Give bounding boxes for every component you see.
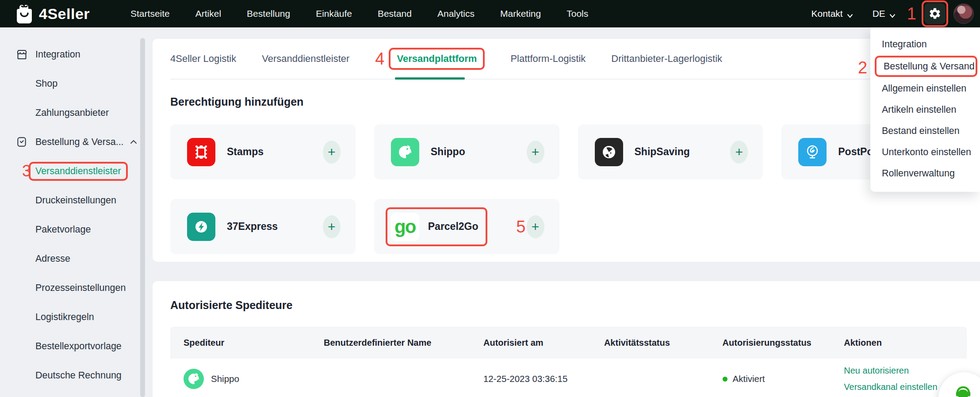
authorized-carriers-title: Autorisierte Spediteure — [170, 299, 967, 312]
settings-gear-button[interactable] — [924, 3, 946, 24]
language-selector[interactable]: DE — [873, 8, 896, 19]
nav-bestand[interactable]: Bestand — [378, 8, 412, 19]
parcel2go-logo-icon: go — [391, 213, 419, 241]
topbar-right-cluster: Kontakt DE 1 — [811, 0, 974, 27]
chevron-down-icon — [847, 11, 853, 17]
sidebar-item-label: Druckeinstellungen — [35, 195, 116, 206]
contact-menu[interactable]: Kontakt — [811, 8, 853, 19]
menu-item-label: Bestellung & Versand — [884, 61, 975, 72]
brand-logo[interactable]: 4Seller — [15, 4, 90, 24]
sidebar-item-shop[interactable]: Shop — [0, 69, 153, 98]
sidebar-item-druckeinstellungen[interactable]: Druckeinstellungen — [0, 186, 153, 215]
col-aktivitaetsstatus: Aktivitätsstatus — [604, 338, 723, 348]
add-parcel2go-button[interactable]: + — [527, 215, 544, 238]
reauthorize-link[interactable]: Neu autorisieren — [844, 366, 962, 376]
tab-versandplattform[interactable]: 4 Versandplattform — [375, 39, 485, 79]
status-dot-icon — [723, 377, 727, 382]
provider-name: Parcel2Go — [428, 221, 479, 233]
carrier-cell: Shippo — [184, 369, 324, 389]
nav-marketing[interactable]: Marketing — [500, 8, 541, 19]
nav-startseite[interactable]: Startseite — [130, 8, 170, 19]
shippo-logo-icon — [184, 369, 204, 389]
tab-versanddienstleister[interactable]: Versanddienstleister — [262, 39, 349, 79]
sidebar-item-label: Bestellung & Versa... — [35, 137, 124, 148]
sidebar-scrollbar[interactable] — [140, 38, 145, 397]
sidebar-item-label: Logistikregeln — [35, 312, 94, 323]
headset-chat-icon — [952, 382, 975, 397]
tab-plattform-logistik[interactable]: Plattform-Logistik — [510, 39, 586, 79]
brand-name: 4Seller — [39, 5, 90, 23]
sidebar-item-bestellexportvorlage[interactable]: Bestellexportvorlage — [0, 332, 153, 361]
menu-item-allgemein-einstellen[interactable]: Allgemein einstellen — [870, 78, 980, 99]
sidebar-item-versanddienstleister[interactable]: 3 Versanddienstleister — [0, 157, 153, 186]
nav-analytics[interactable]: Analytics — [437, 8, 475, 19]
user-avatar[interactable] — [953, 4, 974, 24]
postpony-logo-icon — [798, 138, 827, 166]
provider-name: 37Express — [227, 221, 278, 233]
nav-artikel[interactable]: Artikel — [195, 8, 221, 19]
authorization-status: Aktiviert — [723, 374, 844, 384]
provider-card-parcel2go: go Parcel2Go 5 + — [374, 199, 559, 254]
menu-item-artikeln-einstellen[interactable]: Artikeln einstellen — [870, 99, 980, 120]
provider-name: Stamps — [227, 146, 264, 158]
nav-einkaeufe[interactable]: Einkäufe — [316, 8, 352, 19]
annotation-box-versanddienstleister: Versanddienstleister — [29, 162, 128, 181]
top-navigation-bar: 4Seller Startseite Artikel Bestellung Ei… — [0, 0, 980, 27]
sidebar-item-deutsche-rechnung[interactable]: Deutsche Rechnung — [0, 361, 153, 390]
menu-item-bestand-einstellen[interactable]: Bestand einstellen — [870, 120, 980, 141]
col-benutzerdefinierter-name: Benutzerdefinierter Name — [324, 338, 483, 348]
menu-item-rollenverwaltung[interactable]: Rollenverwaltung — [870, 163, 980, 184]
sidebar-item-zahlungsanbieter[interactable]: Zahlungsanbieter — [0, 98, 153, 127]
language-label: DE — [873, 8, 885, 19]
add-permission-title: Berechtigung hinzufügen — [170, 95, 967, 108]
table-row: Shippo 12-25-2023 03:36:15 Aktiviert Neu… — [170, 359, 967, 392]
annotation-box-gear — [922, 0, 948, 27]
menu-item-bestellung-versand[interactable]: 2 Bestellung & Versand — [875, 56, 977, 77]
authorized-carriers-panel: Autorisierte Spediteure Spediteur Benutz… — [153, 281, 980, 397]
annotation-step-2: 2 — [858, 59, 867, 76]
sidebar-item-label: Deutsche Rechnung — [35, 370, 122, 381]
add-37express-button[interactable]: + — [323, 215, 341, 238]
sidebar-item-label: Bestellexportvorlage — [35, 341, 122, 352]
sidebar-item-prozesseinstellungen[interactable]: Prozesseinstellungen — [0, 273, 153, 302]
provider-card-37express: 37Express + — [170, 199, 356, 254]
annotation-step-5: 5 — [516, 218, 525, 235]
provider-card-shippo: Shippo + — [374, 124, 559, 179]
sidebar-item-adresse[interactable]: Adresse — [0, 244, 153, 273]
sidebar-item-bestellung-versand[interactable]: Bestellung & Versa... — [0, 127, 153, 157]
col-aktionen: Aktionen — [844, 338, 962, 348]
shipsaving-logo-icon — [595, 138, 623, 166]
add-stamps-button[interactable]: + — [323, 141, 341, 164]
shopping-bag-logo-icon — [15, 4, 34, 24]
tab-4seller-logistik[interactable]: 4Seller Logistik — [170, 39, 236, 79]
provider-name: ShipSaving — [635, 146, 690, 158]
add-shipsaving-button[interactable]: + — [730, 141, 748, 164]
sidebar-item-logistikregeln[interactable]: Logistikregeln — [0, 302, 153, 332]
nav-bestellung[interactable]: Bestellung — [247, 8, 290, 19]
settings-sidebar: Integration Shop Zahlungsanbieter Bestel… — [0, 27, 153, 397]
settings-dropdown-menu: Integration 2 Bestellung & Versand Allge… — [870, 27, 980, 192]
authorized-at: 12-25-2023 03:36:15 — [483, 374, 604, 384]
sidebar-item-label: Prozesseinstellungen — [35, 282, 126, 294]
contact-label: Kontakt — [811, 8, 842, 19]
sidebar-item-paketvorlage[interactable]: Paketvorlage — [0, 215, 153, 244]
main-nav: Startseite Artikel Bestellung Einkäufe B… — [130, 8, 588, 19]
menu-item-unterkonto-einstellen[interactable]: Unterkonto einstellen — [870, 141, 980, 163]
tab-drittanbieter-lagerlogistik[interactable]: Drittanbieter-Lagerlogistik — [611, 39, 722, 79]
sidebar-item-label: Adresse — [35, 253, 70, 264]
carrier-name: Shippo — [211, 374, 239, 384]
sidebar-item-label: Paketvorlage — [35, 224, 91, 235]
sidebar-item-integration[interactable]: Integration — [0, 40, 153, 69]
col-spediteur: Spediteur — [184, 338, 324, 348]
order-clipboard-icon — [16, 136, 29, 148]
provider-grid: Stamps + Shippo + — [170, 124, 967, 254]
menu-item-integration[interactable]: Integration — [870, 34, 980, 55]
col-autorisierungsstatus: Autorisierungsstatus — [723, 338, 844, 348]
annotation-step-3: 3 — [22, 163, 31, 179]
provider-name: Shippo — [431, 146, 465, 158]
nav-tools[interactable]: Tools — [567, 8, 588, 19]
annotation-step-4: 4 — [375, 50, 384, 67]
stamps-logo-icon — [187, 138, 215, 166]
add-shippo-button[interactable]: + — [527, 141, 544, 164]
shippo-logo-icon — [391, 138, 419, 166]
